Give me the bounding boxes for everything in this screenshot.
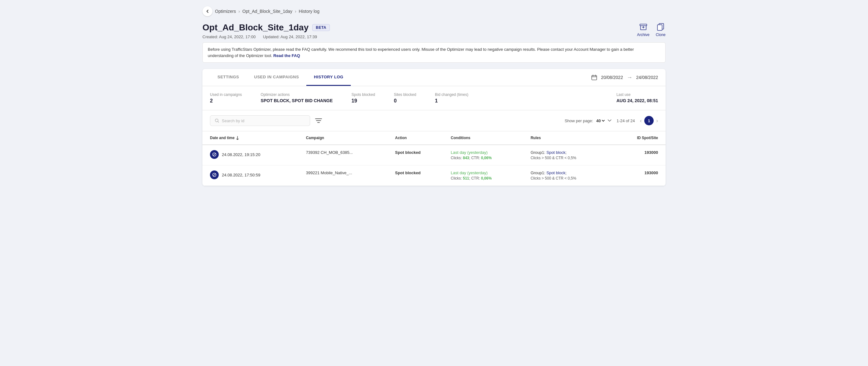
arrow-left-icon: [205, 9, 210, 14]
date-from: 20/08/2022: [601, 75, 623, 80]
page-header: Opt_Ad_Block_Site_1day BETA Created: Aug…: [203, 23, 665, 39]
stat-value-0: 2: [210, 98, 242, 104]
rule-group-1: Group1: Spot block;: [531, 170, 608, 175]
sort-icon: [236, 136, 239, 140]
warning-banner: Before using TrafficStars Optimizer, ple…: [203, 42, 665, 63]
updated-meta: Updated: Aug 24, 2022, 17:39: [263, 34, 317, 39]
cond-detail-1: Clicks: 511; CTR: 0,06%: [451, 176, 521, 180]
th-datetime[interactable]: Date and time: [203, 131, 301, 145]
search-input-wrap[interactable]: [210, 115, 310, 126]
history-table: Date and time Campaign Action Conditions…: [203, 131, 665, 186]
page-wrapper: Optimizers › Opt_Ad_Block_Site_1day › Hi…: [193, 0, 675, 192]
table-body: 24.08.2022, 19:15:20 739392 CH_MOB_6385.…: [203, 145, 665, 186]
stat-value-3: 0: [394, 98, 416, 104]
title-row: Opt_Ad_Block_Site_1day BETA: [203, 23, 330, 33]
th-id-spot-site: ID Spot/Site: [613, 131, 665, 145]
archive-button[interactable]: Archive: [637, 23, 650, 37]
cell-action-1: Spot blocked: [390, 165, 446, 186]
cond-clicks-1: 511: [463, 176, 469, 180]
cond-detail-0: Clicks: 843; CTR: 0,06%: [451, 156, 521, 160]
cond-ctr-1: 0,06%: [481, 176, 492, 180]
current-page[interactable]: 1: [644, 116, 654, 125]
breadcrumb-optimizer-name: Opt_Ad_Block_Site_1day: [243, 9, 292, 14]
svg-rect-2: [657, 25, 662, 30]
stat-value-1: SPOT BLOCK, SPOT BID CHANGE: [261, 98, 333, 103]
tab-history-log[interactable]: HISTORY LOG: [306, 69, 351, 86]
svg-rect-3: [592, 76, 597, 80]
search-input[interactable]: [222, 118, 305, 123]
per-page-dropdown[interactable]: 40 20 60: [595, 118, 606, 123]
prev-page-button[interactable]: ‹: [640, 118, 642, 123]
header-actions: Archive Clone: [637, 23, 665, 37]
date-range-picker[interactable]: 20/08/2022 → 24/08/2022: [591, 74, 658, 81]
cell-rules-1: Group1: Spot block; Clicks > 500 & CTR <…: [526, 165, 613, 186]
cond-ctr-0: 0,06%: [481, 156, 492, 160]
rule-link-0[interactable]: Spot block: [546, 150, 565, 155]
cond-period-1: Last day (yesterday): [451, 170, 521, 175]
faq-link[interactable]: Read the FAQ: [274, 53, 300, 58]
per-page-label: Show per page:: [564, 118, 593, 123]
beta-badge: BETA: [312, 24, 330, 31]
search-right: Show per page: 40 20 60 1-24 of 24 ‹ 1 ›: [564, 116, 658, 125]
archive-icon: [639, 23, 648, 31]
table-wrap: Date and time Campaign Action Conditions…: [203, 131, 665, 186]
cell-campaign-0: 739392 CH_MOB_6385...: [301, 145, 390, 165]
cell-rules-0: Group1: Spot block; Clicks > 500 & CTR <…: [526, 145, 613, 165]
back-button[interactable]: [203, 6, 213, 16]
rule-detail-0: Clicks > 500 & CTR < 0,5%: [531, 156, 608, 160]
stats-row: Used in campaigns 2 Optimizer actions SP…: [203, 86, 665, 110]
chevron-down-icon: [608, 119, 612, 122]
clone-label: Clone: [656, 33, 665, 37]
tabs-left: SETTINGS USED IN CAMPAIGNS HISTORY LOG: [210, 69, 351, 86]
search-icon: [215, 118, 219, 123]
rule-detail-1: Clicks > 500 & CTR < 0,5%: [531, 176, 608, 180]
stat-bid-changed: Bid changed (times) 1: [435, 92, 468, 104]
rule-group-0: Group1: Spot block;: [531, 150, 608, 155]
stat-used-in-campaigns: Used in campaigns 2: [210, 92, 242, 104]
main-card: SETTINGS USED IN CAMPAIGNS HISTORY LOG 2…: [203, 69, 665, 186]
svg-rect-0: [640, 24, 647, 26]
cell-id-spot-site-1: 193000: [613, 165, 665, 186]
cell-conditions-0: Last day (yesterday) Clicks: 843; CTR: 0…: [446, 145, 526, 165]
stat-value-5: AUG 24, 2022, 08:51: [616, 98, 658, 103]
archive-label: Archive: [637, 33, 650, 37]
stat-label-0: Used in campaigns: [210, 92, 242, 97]
stat-label-5: Last use: [616, 92, 658, 97]
pagination: ‹ 1 ›: [640, 116, 658, 125]
pagination-range: 1-24 of 24: [616, 118, 635, 123]
per-page-select[interactable]: Show per page: 40 20 60: [564, 118, 612, 123]
title-section: Opt_Ad_Block_Site_1day BETA Created: Aug…: [203, 23, 330, 39]
th-conditions: Conditions: [446, 131, 526, 145]
stat-label-4: Bid changed (times): [435, 92, 468, 97]
stat-label-3: Sites blocked: [394, 92, 416, 97]
table-header: Date and time Campaign Action Conditions…: [203, 131, 665, 145]
breadcrumb: Optimizers › Opt_Ad_Block_Site_1day › Hi…: [203, 6, 665, 16]
search-bar: Show per page: 40 20 60 1-24 of 24 ‹ 1 ›: [203, 110, 665, 131]
breadcrumb-sep-1: ›: [239, 9, 240, 14]
clone-button[interactable]: Clone: [656, 23, 665, 37]
breadcrumb-sep-2: ›: [295, 9, 296, 14]
block-icon-0: [212, 152, 217, 157]
rule-link-1[interactable]: Spot block: [546, 170, 565, 175]
next-page-button[interactable]: ›: [656, 118, 658, 123]
meta-row: Created: Aug 24, 2022, 17:00 Updated: Au…: [203, 34, 330, 39]
cond-clicks-0: 843: [463, 156, 469, 160]
cell-conditions-1: Last day (yesterday) Clicks: 511; CTR: 0…: [446, 165, 526, 186]
filter-button[interactable]: [315, 118, 322, 123]
stat-last-use: Last use AUG 24, 2022, 08:51: [616, 92, 658, 104]
stat-sites-blocked: Sites blocked 0: [394, 92, 416, 104]
calendar-icon: [591, 74, 597, 81]
tab-used-in-campaigns[interactable]: USED IN CAMPAIGNS: [247, 69, 306, 86]
stat-label-1: Optimizer actions: [261, 92, 333, 97]
stat-optimizer-actions: Optimizer actions SPOT BLOCK, SPOT BID C…: [261, 92, 333, 104]
stat-label-2: Spots blocked: [351, 92, 375, 97]
tab-settings[interactable]: SETTINGS: [210, 69, 247, 86]
block-icon-1: [212, 173, 217, 177]
cell-datetime-0: 24.08.2022, 19:15:20: [203, 145, 301, 165]
breadcrumb-optimizers: Optimizers: [215, 9, 236, 14]
warning-text: Before using TrafficStars Optimizer, ple…: [208, 47, 634, 58]
table-row: 24.08.2022, 17:50:59 399221 Mobile_Nativ…: [203, 165, 665, 186]
clone-icon: [656, 23, 665, 31]
cell-datetime-1: 24.08.2022, 17:50:59: [203, 165, 301, 186]
created-meta: Created: Aug 24, 2022, 17:00: [203, 34, 256, 39]
